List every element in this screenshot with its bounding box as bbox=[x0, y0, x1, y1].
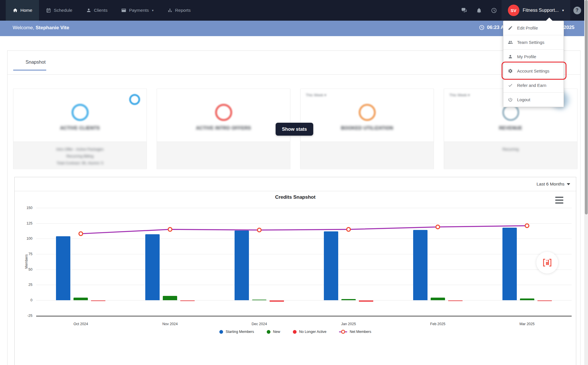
profile-menu-trigger[interactable]: SV Fitness Support... ▾ bbox=[502, 0, 570, 21]
credit-card-icon bbox=[121, 8, 126, 13]
refresh-ring-icon[interactable] bbox=[129, 94, 140, 105]
page-scrollbar-thumb[interactable] bbox=[585, 0, 588, 214]
clock-icon bbox=[491, 7, 497, 13]
chart-period-label: Last 6 Months bbox=[537, 181, 564, 187]
profile-dropdown-menu: Edit Profile Team Settings My Profile Ac… bbox=[503, 21, 564, 107]
chevron-down-icon: ▾ bbox=[152, 9, 154, 12]
x-axis-month-label: Jan 2025 bbox=[341, 322, 356, 326]
gridline bbox=[36, 254, 572, 254]
y-axis-tick-label: 125 bbox=[20, 221, 32, 225]
help-icon: ? bbox=[573, 7, 581, 14]
period-dropdown[interactable]: This Week ▾ bbox=[449, 93, 470, 97]
page-scrollbar-track[interactable] bbox=[584, 0, 588, 365]
credits-snapshot-card: Last 6 Months Credits Snapshot 150125100… bbox=[14, 177, 576, 365]
team-icon bbox=[508, 40, 513, 45]
net-members-marker bbox=[525, 224, 529, 228]
gridline bbox=[36, 223, 572, 224]
legend-label: New bbox=[273, 330, 280, 334]
chart-title: Credits Snapshot bbox=[15, 194, 576, 200]
notifications-button[interactable] bbox=[472, 0, 487, 21]
welcome-bar: Welcome, Stephanie Vite 06:23 A 2025 bbox=[0, 21, 588, 36]
menu-item-label: Account Settings bbox=[517, 69, 550, 73]
time-clock-button[interactable] bbox=[487, 0, 502, 21]
nav-item-clients[interactable]: Clients bbox=[79, 0, 114, 21]
x-axis-baseline bbox=[36, 316, 572, 317]
stat-footer-lines: Intro Offer - Active Packages Recurring … bbox=[13, 146, 146, 167]
stat-card-title: ACTIVE INTRO OFFERS bbox=[157, 126, 290, 131]
x-axis-month-label: Feb 2025 bbox=[430, 322, 445, 326]
welcome-user-name: Stephanie Vite bbox=[36, 25, 69, 30]
chat-button[interactable] bbox=[457, 0, 472, 21]
menu-item-label: Refer and Earn bbox=[517, 83, 546, 88]
show-stats-button[interactable]: Show stats bbox=[276, 123, 313, 136]
clock-icon bbox=[479, 25, 485, 30]
bar-starting-members bbox=[413, 230, 428, 300]
menu-item-edit-profile[interactable]: Edit Profile bbox=[503, 21, 564, 35]
bar-no-longer-active bbox=[270, 300, 284, 302]
gear-icon bbox=[508, 69, 513, 73]
stat-card-footer: Intro Offer - Active Packages Recurring … bbox=[13, 142, 146, 169]
time-text: 06:23 A bbox=[487, 25, 504, 30]
tab-snapshot[interactable]: Snapshot bbox=[18, 57, 53, 67]
legend-item-new[interactable]: New bbox=[267, 330, 280, 334]
x-axis-month-label: Mar 2025 bbox=[519, 322, 535, 326]
tab-row-divider bbox=[7, 74, 580, 75]
bell-icon bbox=[476, 7, 482, 13]
barcode-icon bbox=[541, 256, 554, 269]
loading-spinner-icon bbox=[215, 104, 232, 121]
stat-card-active-intro-offers: ACTIVE INTRO OFFERS bbox=[157, 89, 290, 169]
x-axis-month-label: Dec 2024 bbox=[252, 322, 267, 326]
nav-item-label: Reports bbox=[175, 8, 191, 13]
gridline bbox=[36, 239, 572, 239]
stat-card-body: This Week ▾ BOOKED UTILIZATION bbox=[301, 89, 434, 142]
chart-period-selector[interactable]: Last 6 Months bbox=[537, 177, 570, 191]
current-date-year: 2025 bbox=[564, 25, 575, 30]
current-time: 06:23 A bbox=[479, 25, 504, 30]
check-icon bbox=[508, 83, 513, 88]
profile-name: Fitness Support... bbox=[523, 8, 559, 13]
nav-item-reports[interactable]: Reports bbox=[160, 0, 198, 21]
calendar-icon bbox=[46, 8, 51, 13]
stat-card-body: ACTIVE INTRO OFFERS bbox=[157, 89, 290, 142]
chevron-down-icon: ▾ bbox=[562, 8, 564, 12]
barcode-scanner-launcher[interactable] bbox=[536, 252, 558, 274]
help-button[interactable]: ? bbox=[570, 0, 584, 21]
menu-item-label: Logout bbox=[517, 97, 530, 102]
period-label: This Week bbox=[449, 93, 467, 97]
chart-hamburger-menu[interactable] bbox=[555, 196, 563, 204]
nav-item-label: Payments bbox=[129, 8, 149, 13]
y-axis-tick-label: 150 bbox=[20, 206, 32, 210]
home-icon bbox=[13, 8, 18, 13]
main-nav: Home Schedule Clients Payments ▾ Reports bbox=[0, 0, 198, 21]
loading-spinner-icon bbox=[71, 104, 89, 121]
menu-item-refer-and-earn[interactable]: Refer and Earn bbox=[503, 78, 564, 93]
loading-spinner-icon bbox=[359, 104, 376, 121]
nav-item-home[interactable]: Home bbox=[6, 0, 39, 21]
footer-line: Recurring bbox=[444, 146, 577, 153]
stat-card-footer bbox=[157, 142, 290, 169]
chevron-down-icon bbox=[567, 183, 570, 185]
period-dropdown[interactable]: This Week ▾ bbox=[306, 93, 326, 97]
gridline bbox=[36, 285, 572, 285]
power-icon bbox=[508, 97, 513, 102]
y-axis-tick-label: -25 bbox=[20, 314, 32, 318]
welcome-message: Welcome, Stephanie Vite bbox=[13, 25, 69, 31]
y-axis-tick-label: 100 bbox=[20, 237, 32, 241]
net-members-line bbox=[15, 177, 576, 365]
legend-item-no-longer-active[interactable]: No Longer Active bbox=[293, 330, 326, 334]
bar-chart-icon bbox=[167, 8, 173, 13]
menu-item-logout[interactable]: Logout bbox=[503, 93, 564, 107]
legend-item-starting-members[interactable]: Starting Members bbox=[219, 330, 254, 334]
nav-item-payments[interactable]: Payments ▾ bbox=[114, 0, 160, 21]
menu-item-my-profile[interactable]: My Profile bbox=[503, 50, 564, 64]
stat-card-title: REVENUE bbox=[444, 126, 577, 131]
legend-swatch bbox=[219, 330, 223, 334]
legend-item-net-members[interactable]: Net Members bbox=[339, 330, 371, 334]
legend-label: Net Members bbox=[350, 330, 371, 334]
bar-no-longer-active bbox=[91, 300, 105, 301]
menu-item-team-settings[interactable]: Team Settings bbox=[503, 35, 564, 50]
nav-item-schedule[interactable]: Schedule bbox=[39, 0, 79, 21]
chart-legend: Starting MembersNewNo Longer ActiveNet M… bbox=[15, 330, 576, 334]
active-tab-underline bbox=[13, 70, 46, 71]
menu-item-account-settings[interactable]: Account Settings bbox=[503, 64, 564, 78]
